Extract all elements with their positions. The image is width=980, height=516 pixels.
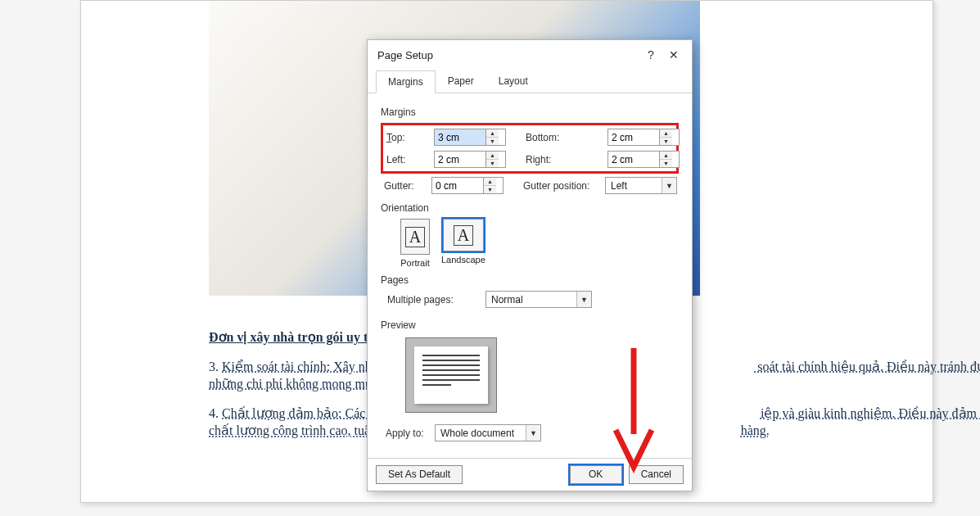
top-input[interactable] (435, 129, 485, 145)
bottom-input[interactable] (608, 129, 659, 145)
multiple-pages-value: Normal (486, 294, 576, 306)
cancel-button[interactable]: Cancel (629, 465, 684, 484)
bottom-label: Bottom: (526, 132, 607, 143)
right-label: Right: (526, 154, 607, 165)
left-label: Left: (386, 154, 434, 165)
spin-up-icon[interactable]: ▲ (660, 129, 672, 138)
spin-down-icon[interactable]: ▼ (660, 160, 672, 167)
tab-layout[interactable]: Layout (486, 70, 540, 93)
chevron-down-icon: ▼ (662, 178, 676, 193)
top-label: Top: (386, 132, 434, 143)
set-as-default-button[interactable]: Set As Default (376, 465, 463, 484)
gutter-input[interactable] (432, 178, 483, 193)
right-spinner[interactable]: ▲▼ (607, 151, 680, 168)
gutter-spinner[interactable]: ▲▼ (431, 177, 504, 194)
right-input[interactable] (608, 152, 659, 167)
orientation-landscape[interactable]: A Landscape (441, 219, 485, 268)
landscape-icon: A (443, 219, 484, 251)
section-orientation-label: Orientation (381, 202, 679, 214)
spin-down-icon[interactable]: ▼ (484, 186, 496, 193)
gutter-label: Gutter: (384, 180, 431, 192)
section-margins-label: Margins (381, 106, 679, 118)
dialog-tabs: Margins Paper Layout (368, 70, 692, 93)
top-spinner[interactable]: ▲▼ (434, 129, 506, 146)
close-button[interactable]: ✕ (662, 47, 685, 63)
spin-down-icon[interactable]: ▼ (486, 160, 499, 167)
gutterpos-dropdown[interactable]: Left ▼ (605, 177, 677, 194)
ok-button[interactable]: OK (570, 465, 622, 484)
dialog-content: Margins Top: ▲▼ Bottom: ▲▼ Left: ▲▼ (368, 93, 692, 458)
dialog-titlebar: Page Setup ? ✕ (368, 40, 692, 70)
apply-to-value: Whole document (436, 428, 526, 439)
bottom-spinner[interactable]: ▲▼ (607, 129, 680, 146)
chevron-down-icon: ▼ (576, 292, 591, 307)
left-spinner[interactable]: ▲▼ (434, 151, 506, 168)
spin-up-icon[interactable]: ▲ (484, 178, 496, 186)
gutterpos-value: Left (606, 180, 662, 192)
help-button[interactable]: ? (639, 47, 662, 63)
preview-box (405, 337, 497, 413)
spin-down-icon[interactable]: ▼ (486, 138, 499, 145)
orientation-portrait[interactable]: A Portrait (400, 219, 430, 268)
gutterpos-label: Gutter position: (523, 180, 605, 192)
dialog-footer: Set As Default OK Cancel (368, 458, 692, 491)
apply-to-dropdown[interactable]: Whole document ▼ (435, 424, 541, 441)
chevron-down-icon: ▼ (526, 425, 540, 441)
section-pages-label: Pages (381, 274, 679, 286)
preview-page-icon (414, 346, 488, 404)
dialog-title: Page Setup (377, 49, 639, 61)
highlight-box: Top: ▲▼ Bottom: ▲▼ Left: ▲▼ Right: (381, 123, 679, 174)
portrait-icon: A (400, 219, 430, 255)
spin-up-icon[interactable]: ▲ (486, 152, 499, 160)
tab-paper[interactable]: Paper (436, 70, 486, 93)
multiple-pages-label: Multiple pages: (387, 294, 485, 306)
apply-to-label: Apply to: (386, 428, 435, 439)
spin-up-icon[interactable]: ▲ (660, 152, 672, 160)
section-preview-label: Preview (381, 319, 679, 331)
page-setup-dialog: Page Setup ? ✕ Margins Paper Layout Marg… (367, 39, 693, 491)
spin-down-icon[interactable]: ▼ (660, 138, 672, 145)
multiple-pages-dropdown[interactable]: Normal ▼ (485, 291, 592, 308)
tab-margins[interactable]: Margins (376, 70, 436, 93)
spin-up-icon[interactable]: ▲ (486, 129, 499, 138)
left-input[interactable] (435, 152, 485, 167)
